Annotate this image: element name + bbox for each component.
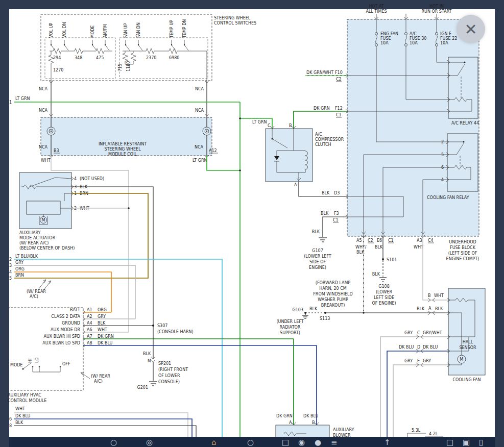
nca-label: NCA — [39, 87, 48, 91]
home-icon[interactable]: ⌂ — [211, 437, 217, 447]
switch-position-label: HI — [28, 359, 33, 363]
switch-label: VOL DN — [62, 22, 67, 38]
ground-label: SUPPORT) — [280, 331, 300, 335]
wire-color-label: BLK — [15, 420, 23, 425]
fuse-label: A/C — [410, 32, 417, 36]
resistor-value: 2370 — [146, 56, 156, 60]
resistor-value: 475 — [96, 56, 104, 60]
wire-color-label: DK BLU — [303, 414, 318, 418]
nca-label: NCA — [39, 108, 48, 113]
circuit-number: 3 — [9, 263, 12, 268]
window-icon[interactable]: □ — [282, 437, 289, 447]
share-icon[interactable]: ↑ — [384, 437, 391, 447]
relay-pin-number: 5 — [441, 153, 444, 157]
component-title: INFLATABLE RESTRAINT — [99, 142, 147, 146]
fuse-label: 10A — [380, 41, 389, 45]
wire-color-label: BLK — [417, 307, 425, 311]
component-title: STEERING WHEEL — [214, 16, 251, 20]
circuit-number: 1 — [9, 100, 12, 105]
notification-icon[interactable]: ● — [315, 437, 321, 447]
pin-id: A1 — [87, 308, 92, 312]
splice-label: S113 — [320, 316, 330, 321]
terminal-id: E6 — [377, 238, 382, 243]
wire-color-label: WHT — [15, 407, 25, 411]
ground-label: G201 — [137, 385, 148, 390]
connector-label: M — [148, 359, 151, 363]
wire-color-label: LT GRN — [193, 158, 207, 163]
circle-icon[interactable]: ○ — [110, 437, 117, 447]
wire-color-label: GRY/WHT — [423, 331, 442, 335]
splice-label: OF LOWER — [158, 374, 180, 378]
menu-icon[interactable]: ≡ — [331, 437, 338, 447]
wire-color-label: GRY — [15, 260, 23, 265]
wire-color-label: WHT — [41, 158, 51, 163]
wire-color-label: LT GRN — [15, 96, 30, 101]
close-button[interactable]: ✕ — [457, 15, 485, 43]
component-caption: MODE ACTUATOR — [19, 236, 56, 240]
component-caption: AUXILIARY HVAC — [8, 393, 41, 398]
terminal-id: A5 — [356, 238, 362, 243]
component-caption: UNDERHOOD — [449, 240, 476, 244]
pin-name: BATT — [70, 308, 80, 312]
component-title: STEERING WHEEL — [104, 147, 141, 152]
fuse-label: FUSE — [380, 36, 391, 41]
grid-icon[interactable]: ▣ — [463, 437, 470, 447]
annotation: BREAKOUT) — [321, 303, 345, 308]
wire-color-label: (NOT USED) — [80, 177, 104, 181]
connector-id: C2 — [368, 238, 373, 243]
wire-color-label: BLK — [435, 307, 443, 311]
nca-label: NCA — [39, 145, 48, 150]
wire-color-label: BLK — [372, 272, 380, 277]
relay-pin-number: 6 — [441, 165, 444, 170]
wire-color-label: LT BLU/BLK — [15, 254, 38, 259]
wire-color-label: ORG — [98, 308, 107, 312]
wire-color-label: DK GRN/WHT — [306, 70, 333, 75]
ground-label: (UNDER LEFT — [276, 319, 303, 324]
fuse-label: FUSE 30 — [410, 36, 426, 41]
switch-position-label: OFF — [62, 362, 70, 366]
connector-id: C1 — [336, 113, 342, 117]
diagram-viewer: VOL UP VOL DN MODE AM/FM FAN UP FAN DN T… — [0, 0, 504, 447]
pin-label: C — [268, 123, 271, 128]
fuse-label: 10A — [410, 41, 418, 45]
battery-icon[interactable]: ▯ — [479, 437, 483, 447]
engine-label: 4.2L — [429, 432, 438, 436]
pin-id: A8 — [87, 341, 92, 345]
pin-label: A12 — [209, 148, 217, 153]
wire-color-label: DK BLU — [15, 414, 30, 418]
connector-id: C4 — [428, 238, 434, 243]
nca-label: NCA — [195, 87, 204, 91]
wire-color-label: ORG — [15, 267, 25, 271]
wire-color-label: BLK — [309, 307, 318, 311]
wire-color-label: BLK — [143, 352, 151, 356]
annotation: A/C) — [94, 379, 103, 384]
wire-color-label: DK GRN — [276, 414, 293, 418]
pin-label: B — [428, 293, 431, 298]
tab-icon[interactable]: □ — [446, 437, 453, 447]
target-icon[interactable]: ◎ — [146, 437, 153, 447]
connector-id: C1 — [388, 238, 394, 243]
pin-name: GROUND — [62, 321, 80, 326]
pin-label: B — [312, 420, 315, 425]
annotation: FROM WINDSHIELD — [313, 292, 352, 296]
power-source-label: HOT AT — [369, 4, 384, 9]
pin-label: A — [289, 420, 292, 425]
switch-label: AM/FM — [103, 24, 108, 38]
wire-color-label: GRY — [98, 314, 106, 319]
search-icon[interactable]: ○ — [247, 437, 254, 447]
pin-label: B3 — [54, 148, 59, 153]
splice-label: CONSOLE) — [158, 380, 180, 384]
annotation: A/C) — [30, 294, 38, 299]
resistor-value: 715 — [118, 64, 123, 71]
resistor-value: 6980 — [169, 56, 179, 60]
bottom-toolbar: ○ ◎ ⌂ ○ □ ◉ ● ≡ ↑ □ ▣ ▯ — [9, 437, 495, 447]
circuit-number: 6 — [9, 417, 12, 421]
power-source-label: ALL TIMES — [366, 9, 387, 14]
wire-color-label: GRY — [423, 359, 431, 363]
annotation: WASHER PUMP — [318, 297, 348, 302]
wire-color-label: DK GRN — [314, 106, 330, 111]
component-title: HALL — [463, 340, 473, 344]
record-icon[interactable]: ◉ — [298, 437, 305, 447]
ground-label: LEFT SIDE — [374, 295, 394, 300]
terminal-id: F12 — [335, 106, 343, 111]
